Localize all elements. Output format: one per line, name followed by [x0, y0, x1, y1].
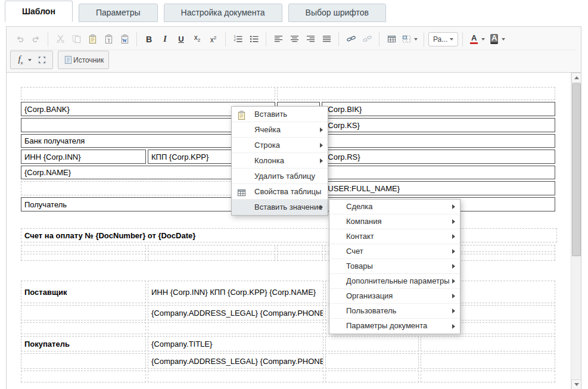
editor-toolbar: TWBIUx2x212Ра...AAfxИсточник	[7, 27, 581, 73]
submenu-item-user[interactable]: Пользователь	[329, 304, 460, 319]
bold-icon: B	[144, 34, 154, 44]
table-cell[interactable]	[421, 371, 555, 382]
subscript-button[interactable]: x2	[189, 32, 205, 46]
invoice-title-row[interactable]: Счет на оплату № {DocNumber} от {DocDate…	[21, 228, 557, 242]
paste-button[interactable]	[85, 32, 100, 46]
undo-button[interactable]	[12, 32, 27, 46]
cell-text: {Corp.KS}	[325, 121, 360, 130]
table-cell[interactable]	[21, 245, 146, 252]
table-cell[interactable]	[421, 353, 555, 369]
menu-item-row[interactable]: Строка	[232, 138, 328, 153]
text-color-button[interactable]: A	[467, 32, 487, 46]
table-cell[interactable]	[21, 353, 146, 369]
table-cell[interactable]: Покупатель	[21, 336, 146, 351]
paste-from-word-button[interactable]: W	[117, 32, 132, 46]
table-cell[interactable]	[148, 245, 275, 252]
table-row	[21, 245, 557, 252]
insert-table-button[interactable]	[384, 32, 399, 46]
submenu-item-document-parameters[interactable]: Параметры документа	[329, 319, 460, 334]
menu-item-column[interactable]: Колонка	[232, 153, 328, 169]
italic-button[interactable]: I	[157, 32, 173, 46]
superscript-button[interactable]: x2	[206, 32, 221, 46]
cut-button[interactable]	[52, 32, 68, 46]
redo-button[interactable]	[28, 32, 43, 46]
table-cell[interactable]: {Company.TITLE}	[148, 336, 323, 351]
submenu-item-organization[interactable]: Организация	[329, 289, 460, 304]
table-cell[interactable]: {Company.ADDRESS_LEGAL} {Company.PHONE}	[148, 305, 323, 320]
align-center-button[interactable]	[287, 32, 302, 46]
table-borders-button[interactable]	[400, 32, 419, 46]
menu-item-insert-value[interactable]: Вставить значение	[232, 200, 328, 215]
table-cell[interactable]	[21, 254, 146, 261]
menu-item-cell[interactable]: Ячейка	[232, 122, 328, 138]
submenu-item-company[interactable]: Компания	[329, 214, 460, 229]
tab-font-selection[interactable]: Выбор шрифтов	[288, 4, 386, 22]
tab-document-settings[interactable]: Настройка документа	[164, 4, 282, 22]
table-cell[interactable]	[148, 322, 323, 334]
table-cell[interactable]: {Corp.RS}	[322, 150, 555, 164]
parties-table: ПоставщикИНН {Corp.INN} КПП {Corp.KPP} {…	[21, 281, 557, 382]
bulleted-list-button[interactable]	[246, 32, 262, 46]
table-cell[interactable]	[21, 305, 146, 320]
table-cell[interactable]	[421, 336, 555, 351]
align-right-button[interactable]	[303, 32, 318, 46]
copy-button[interactable]	[69, 32, 84, 46]
tab-parameters[interactable]: Параметры	[79, 4, 158, 22]
underline-icon: U	[176, 34, 186, 44]
submenu-arrow-icon	[452, 279, 455, 284]
maximize-button[interactable]	[34, 52, 49, 67]
submenu-item-additional-parameters[interactable]: Дополнительные параметры	[329, 274, 460, 289]
table-cell[interactable]: Поставщик	[21, 281, 146, 303]
scrollbar-thumb[interactable]	[572, 83, 581, 256]
submenu-item-contact[interactable]: Контакт	[329, 229, 460, 244]
table-cell[interactable]	[21, 322, 146, 334]
table-cell[interactable]	[277, 87, 555, 100]
background-color-button[interactable]: A	[487, 32, 507, 46]
table-cell[interactable]: ИНН {Corp.INN}	[21, 150, 146, 164]
align-justify-button[interactable]	[319, 32, 334, 46]
numbered-list-button[interactable]: 12	[230, 32, 245, 46]
table-cell[interactable]: {Corp.KS}	[322, 118, 555, 132]
scrollbar-down-button[interactable]	[571, 379, 581, 389]
cell-text: {Company.TITLE}	[151, 340, 212, 348]
table-cell[interactable]	[325, 353, 419, 369]
toolbar-separator	[266, 32, 266, 46]
tab-template[interactable]: Шаблон	[5, 1, 73, 22]
align-left-button[interactable]	[270, 32, 286, 46]
submenu-item-deal[interactable]: Сделка	[329, 200, 460, 214]
table-cell[interactable]	[21, 371, 146, 382]
table-cell[interactable]	[277, 254, 323, 261]
arrow-up-icon	[574, 74, 579, 79]
color-group: AA	[465, 32, 509, 46]
table-cell[interactable]	[277, 245, 323, 252]
table-cell[interactable]: {Company.ADDRESS_LEGAL} {Company.PHONE}	[148, 353, 323, 369]
underline-button[interactable]: U	[173, 32, 189, 46]
table-cell[interactable]	[21, 87, 275, 100]
table-cell[interactable]	[325, 371, 419, 382]
menu-item-delete-table[interactable]: Удалить таблицу	[232, 169, 328, 184]
table-cell[interactable]: ИНН {Corp.INN} КПП {Corp.KPP} {Corp.NAME…	[148, 281, 323, 303]
table-cell[interactable]: {USER:FULL_NAME}	[322, 181, 555, 195]
vertical-scrollbar[interactable]	[571, 73, 581, 389]
table-cell[interactable]: {Corp.BIK}	[322, 102, 555, 116]
font-size-dropdown[interactable]: Ра...	[428, 32, 458, 46]
menu-item-paste[interactable]: Вставить	[232, 107, 328, 122]
bold-button[interactable]: B	[141, 32, 157, 46]
scrollbar-up-button[interactable]	[571, 73, 581, 83]
table-row	[21, 254, 557, 261]
unlink-button[interactable]	[359, 32, 375, 46]
paste-icon	[88, 34, 98, 44]
paste-plain-text-button[interactable]: T	[101, 32, 116, 46]
menu-item-table-properties[interactable]: Свойства таблицы	[232, 184, 328, 200]
align-group	[269, 32, 336, 46]
source-button[interactable]: Источник	[61, 52, 105, 67]
submenu-item-products[interactable]: Товары	[329, 259, 460, 274]
table-row	[21, 87, 557, 100]
table-row	[21, 371, 557, 382]
table-cell[interactable]	[148, 254, 275, 261]
link-button[interactable]	[343, 32, 359, 46]
submenu-item-invoice[interactable]: Счет	[329, 244, 460, 259]
table-cell[interactable]	[325, 336, 419, 351]
table-cell[interactable]	[148, 371, 323, 382]
insert-value-fx-dropdown[interactable]: fx	[14, 52, 33, 67]
